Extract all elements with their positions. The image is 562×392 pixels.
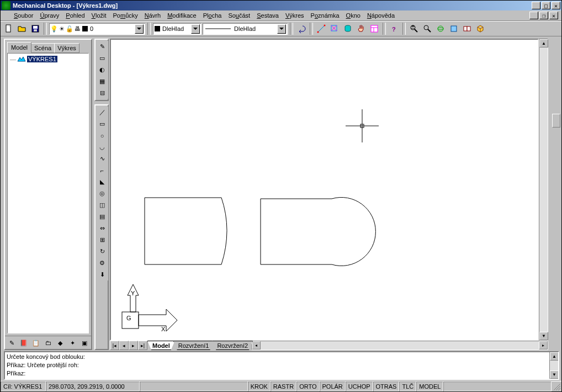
canvas-hscrollbar[interactable]: ◂ ▸ xyxy=(251,341,548,350)
hole-button[interactable]: ◎ xyxy=(96,188,108,199)
sheet-tab-layout2[interactable]: Rozvržení2 xyxy=(212,341,253,350)
toggle-button[interactable]: ⊟ xyxy=(96,87,108,99)
toggle-model[interactable]: MODEL xyxy=(416,382,443,391)
new-button[interactable] xyxy=(3,23,15,35)
toggle-uchop[interactable]: UCHOP xyxy=(346,382,373,391)
pattern-button[interactable]: ⊞ xyxy=(96,234,108,246)
scroll-down-icon[interactable]: ▼ xyxy=(539,332,548,340)
last-sheet-button[interactable]: ▸| xyxy=(138,341,147,350)
menu-pomucky[interactable]: Pomůcky xyxy=(110,11,141,20)
assembly-button[interactable]: ⚙ xyxy=(96,257,108,269)
resize-grip[interactable] xyxy=(552,382,561,391)
fillet-button[interactable]: ⌐ xyxy=(96,165,108,176)
line-button[interactable]: ／ xyxy=(96,107,108,118)
place-button[interactable]: ⬇ xyxy=(96,269,108,280)
zoom-realtime-button[interactable]: ± xyxy=(408,23,420,35)
prev-sheet-button[interactable]: ◂ xyxy=(119,341,129,350)
properties-button[interactable] xyxy=(368,23,380,35)
scroll-up-icon[interactable]: ▲ xyxy=(539,39,548,47)
catalog-pencil-button[interactable]: ✎ xyxy=(6,337,17,348)
zoom-window-button[interactable] xyxy=(421,23,433,35)
toolbar-grip[interactable] xyxy=(552,114,560,128)
sheet-tab-model[interactable]: Model xyxy=(147,341,175,350)
next-sheet-button[interactable]: ▸ xyxy=(129,341,138,350)
view-front-button[interactable] xyxy=(448,23,460,35)
scroll-right-icon[interactable]: ▸ xyxy=(539,341,548,349)
sketch-button[interactable]: ✎ xyxy=(96,41,108,52)
cmd-scroll-up-icon[interactable]: ▲ xyxy=(550,352,559,361)
view-iso-button[interactable] xyxy=(474,23,486,35)
save-button[interactable] xyxy=(29,23,41,35)
scroll-left-icon[interactable]: ◂ xyxy=(252,341,261,349)
catalog-clipboard-button[interactable]: 📋 xyxy=(30,337,41,348)
mirror-button[interactable]: ⇔ xyxy=(96,223,108,234)
toggle-orto[interactable]: ORTO xyxy=(296,382,319,391)
spline-button[interactable]: ∿ xyxy=(96,153,108,165)
database-button[interactable] xyxy=(342,23,354,35)
minimize-button[interactable]: _ xyxy=(532,2,540,9)
shell-button[interactable]: ◫ xyxy=(96,199,108,211)
mdi-restore-button[interactable]: ❐ xyxy=(539,12,548,19)
update-button[interactable]: ↻ xyxy=(96,246,108,257)
dropdown-arrow-icon[interactable] xyxy=(135,24,144,34)
layer-combo[interactable]: 💡 ☀ 🔓 🖶 0 xyxy=(49,23,145,35)
toggle-rastr[interactable]: RASTR xyxy=(271,382,296,391)
menu-poznamka[interactable]: Poznámka xyxy=(307,11,343,20)
extrude-button[interactable]: ▭ xyxy=(96,52,108,64)
catalog-star-button[interactable]: ✦ xyxy=(67,337,78,348)
menu-vykres[interactable]: Výkres xyxy=(282,11,307,20)
feature-button[interactable]: ▦ xyxy=(96,76,108,87)
toggle-polar[interactable]: POLÁR xyxy=(320,382,346,391)
toggle-krok[interactable]: KROK xyxy=(248,382,271,391)
catalog-cube-button[interactable]: ▣ xyxy=(79,337,90,348)
command-window[interactable]: Určete koncový bod oblouku: Příkaz: Urče… xyxy=(4,351,559,380)
dropdown-arrow-icon[interactable] xyxy=(191,24,200,34)
named-views-button[interactable] xyxy=(461,23,473,35)
first-sheet-button[interactable]: |◂ xyxy=(110,341,119,350)
menu-soubor[interactable]: Soubor xyxy=(10,11,36,20)
menu-okno[interactable]: Okno xyxy=(343,11,364,20)
open-button[interactable] xyxy=(16,23,28,35)
drawing-canvas[interactable]: Y G X xyxy=(110,39,539,341)
menu-navrh[interactable]: Návrh xyxy=(141,11,164,20)
menu-soucast[interactable]: Součást xyxy=(225,11,253,20)
tree-root-item[interactable]: — VÝKRES1 xyxy=(10,56,86,62)
linetype-combo[interactable]: DleHlad xyxy=(203,23,288,35)
cmd-scroll-down-icon[interactable]: ▼ xyxy=(550,370,559,379)
tab-scena[interactable]: Scéna xyxy=(31,43,55,53)
menu-sestava[interactable]: Sestava xyxy=(253,11,282,20)
menu-napoveda[interactable]: Nápověda xyxy=(364,11,398,20)
menu-plocha[interactable]: Plocha xyxy=(200,11,225,20)
arc-button[interactable]: ◡ xyxy=(96,141,108,153)
help-button[interactable]: ? xyxy=(388,23,400,35)
menu-vlozit[interactable]: Vložit xyxy=(88,11,110,20)
catalog-folder-button[interactable]: 🗀 xyxy=(43,337,54,348)
toggle-otras[interactable]: OTRAS xyxy=(373,382,400,391)
sheet-tab-layout1[interactable]: Rozvržení1 xyxy=(173,341,214,350)
mdi-close-button[interactable]: ✕ xyxy=(549,12,558,19)
menu-modifikace[interactable]: Modifikace xyxy=(164,11,200,20)
area-button[interactable] xyxy=(328,23,341,35)
chamfer-button[interactable]: ◣ xyxy=(96,176,108,188)
revolve-button[interactable]: ◐ xyxy=(96,64,108,76)
toggle-tlc[interactable]: TLČ xyxy=(399,382,416,391)
menu-upravy[interactable]: Úpravy xyxy=(36,11,62,20)
catalog-book-button[interactable]: 📕 xyxy=(18,337,29,348)
dropdown-arrow-icon[interactable] xyxy=(277,24,286,34)
undo-button[interactable] xyxy=(295,23,307,35)
distance-button[interactable] xyxy=(315,23,327,35)
circle-button[interactable]: ○ xyxy=(96,130,108,141)
canvas-vscrollbar[interactable]: ▲ ▼ xyxy=(539,39,548,341)
orbit-button[interactable] xyxy=(434,23,447,35)
rect-button[interactable]: ▭ xyxy=(96,118,108,130)
rib-button[interactable]: ▤ xyxy=(96,211,108,223)
tab-model[interactable]: Model xyxy=(7,42,31,53)
pan-button[interactable] xyxy=(355,23,367,35)
maximize-button[interactable]: □ xyxy=(542,2,550,9)
style-combo[interactable]: DleHlad xyxy=(153,23,202,35)
catalog-dwg-button[interactable]: ◆ xyxy=(55,337,66,348)
mdi-minimize-button[interactable]: _ xyxy=(529,12,538,19)
menu-pohled[interactable]: Pohled xyxy=(62,11,88,20)
close-button[interactable]: ✕ xyxy=(552,2,560,9)
browser-tree[interactable]: — VÝKRES1 xyxy=(7,53,89,333)
